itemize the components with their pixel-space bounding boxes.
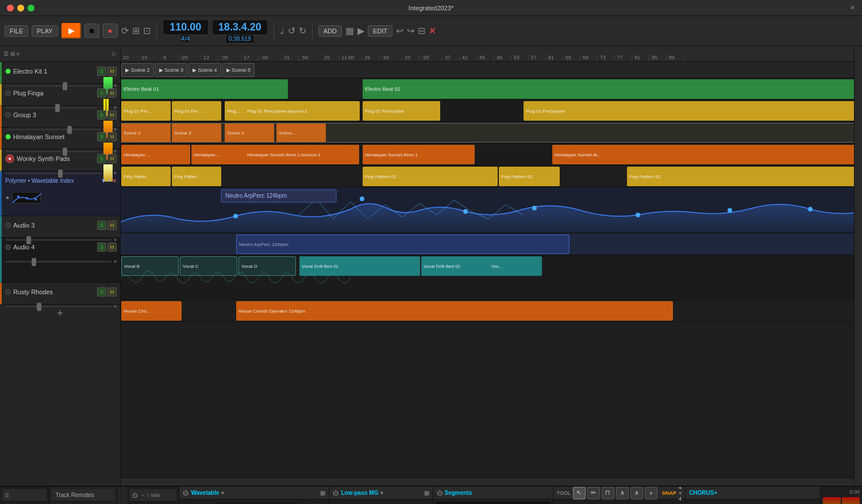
fader-1[interactable] <box>5 107 97 109</box>
redo-icon[interactable]: ↪ <box>407 25 414 36</box>
svg-point-8[interactable] <box>728 208 732 213</box>
metro-icon[interactable]: ♩ <box>280 25 284 36</box>
fader-2[interactable] <box>5 129 101 130</box>
play-label-button[interactable]: PLAY <box>32 25 57 37</box>
track-menu-8[interactable]: ≡ <box>114 303 117 309</box>
clip-poly-02-c[interactable]: Poly Pattern 02 <box>627 167 854 186</box>
clip-plug-percussive[interactable]: Plug 01 Percussive <box>363 101 440 121</box>
track-led-3[interactable] <box>5 134 11 140</box>
mute-btn-6[interactable]: M <box>107 221 117 230</box>
record-mode-button[interactable]: ⊡ <box>143 25 151 36</box>
clip-poly-a[interactable]: Poly Patter... <box>121 167 171 186</box>
clip-himalayan-atmo-bounce[interactable]: Himalayan Sunset Atmo 1-bounce-1 <box>245 145 348 164</box>
solo-btn-7[interactable]: S <box>97 243 106 252</box>
edit-button[interactable]: EDIT <box>368 25 392 37</box>
fader-6[interactable] <box>5 239 111 241</box>
clip-voc[interactable]: Voc... <box>489 256 535 276</box>
record-button[interactable]: ● <box>103 24 118 38</box>
dropdown-wavetable[interactable]: ▾ <box>221 490 224 496</box>
rename-icon[interactable]: ⊟ <box>418 25 425 36</box>
minimize-dot[interactable] <box>17 5 24 11</box>
power-icon-filter[interactable]: ⏻ <box>333 490 338 496</box>
track-led-1[interactable] <box>5 90 11 96</box>
track-menu-7[interactable]: ≡ <box>114 259 117 264</box>
add-track-button[interactable]: + <box>0 305 120 322</box>
scene-2[interactable]: ▶ Scene 2 <box>121 63 154 77</box>
power-icon-segments[interactable]: ⏻ <box>437 490 442 496</box>
sync-icon[interactable]: ↺ <box>288 25 295 36</box>
power-icon-wavetable[interactable]: ⏻ <box>183 490 188 496</box>
clip-himalayan-2[interactable]: Himalayan ... <box>191 145 249 164</box>
clip-neutro-arpperc[interactable]: Neutro ArpPerc 124bpm <box>236 234 569 254</box>
stop-button[interactable]: ■ <box>84 24 99 38</box>
add-btn-5[interactable]: + <box>107 178 111 184</box>
mute-btn-4[interactable]: M <box>107 154 117 163</box>
fader-7[interactable] <box>5 261 111 263</box>
loop-icon[interactable]: ↻ <box>299 25 306 36</box>
delete-icon[interactable]: ✕ <box>429 25 436 36</box>
time-sig[interactable]: 4/4 <box>181 35 190 42</box>
clip-electro-beat-02[interactable]: Electro Beat 02 <box>363 79 854 99</box>
scene-3[interactable]: ▶ Scene 3 <box>155 63 188 77</box>
clip-poly-b[interactable]: Poly Patter... <box>172 167 221 186</box>
solo-btn-4[interactable]: S <box>97 154 106 163</box>
add-button[interactable]: ADD <box>318 25 342 37</box>
play-button[interactable]: ▶ <box>61 23 81 39</box>
close-icon[interactable]: ✕ <box>850 4 855 11</box>
mute-btn-8[interactable]: M <box>107 287 117 297</box>
tool-pointer[interactable]: ↖ <box>573 487 586 499</box>
mute-btn-1[interactable]: M <box>107 89 117 98</box>
clip-plug-01-per-b[interactable]: Plug 01 Per... <box>172 101 221 121</box>
clip-himalayan-bounce[interactable]: Himalayan ... <box>121 145 190 164</box>
svg-point-9[interactable] <box>808 207 813 211</box>
clip-himalayan-atmo2[interactable]: Himalayan Sunset At... <box>552 145 854 164</box>
svg-point-4[interactable] <box>360 197 364 201</box>
svg-point-6[interactable] <box>532 206 537 210</box>
maximize-dot[interactable] <box>28 5 34 11</box>
tool-slash[interactable]: ∧ <box>630 487 643 499</box>
track-menu-1[interactable]: ≡ <box>114 105 117 110</box>
track-menu-0[interactable]: ≡ <box>114 83 117 89</box>
track-menu-4[interactable]: ≡ <box>114 170 117 176</box>
scene-4[interactable]: ▶ Scene 4 <box>188 63 221 77</box>
file-button[interactable]: FILE <box>5 25 28 37</box>
mute-btn-0[interactable]: M <box>107 67 117 76</box>
play-arrange-icon[interactable]: ▶ <box>357 25 364 36</box>
clip-plug-percussive-2[interactable]: Plug 01 Percussive <box>524 101 854 121</box>
solo-btn-8[interactable]: S <box>97 287 106 297</box>
track-led-6[interactable] <box>5 222 11 228</box>
svg-point-5[interactable] <box>463 209 468 214</box>
dropdown-filter[interactable]: ▾ <box>380 490 383 496</box>
clip-poly-02-b[interactable]: Poly Pattern 02 <box>499 167 560 186</box>
remove-btn-5[interactable]: ✕ <box>112 178 117 184</box>
fader-8[interactable] <box>5 306 111 307</box>
loop-button[interactable]: ⟳ <box>121 25 129 36</box>
solo-btn-3[interactable]: S <box>97 132 106 141</box>
clip-poly-02-a[interactable]: Poly Pattern 02 <box>363 167 498 186</box>
h-scrollbar[interactable] <box>121 478 854 486</box>
mute-btn-7[interactable]: M <box>107 243 117 252</box>
track-menu-2[interactable]: ≡ <box>114 126 117 132</box>
tempo-display[interactable]: 110.00 <box>163 20 209 35</box>
arrow-icon-polymer[interactable]: → <box>140 493 145 498</box>
undo-icon[interactable]: ↩ <box>396 25 403 36</box>
fader-4[interactable] <box>5 172 101 174</box>
track-led-2[interactable] <box>5 112 11 118</box>
solo-btn-1[interactable]: S <box>97 89 106 98</box>
solo-btn-6[interactable]: S <box>97 221 106 230</box>
mute-btn-2[interactable]: M <box>107 110 117 120</box>
clip-plug-01-per-a[interactable]: Plug 01 Per... <box>121 101 171 121</box>
bars-filter[interactable]: ▦ <box>424 490 429 496</box>
svg-point-3[interactable] <box>233 214 238 218</box>
clip-house-chords[interactable]: House Chords Operator 124bpm <box>236 301 673 321</box>
pattern-button[interactable]: ⊞ <box>132 25 140 36</box>
track-menu-6[interactable]: ≡ <box>114 237 117 243</box>
bars-wavetable[interactable]: ▦ <box>320 490 325 496</box>
position-display[interactable]: 18.3.4.20 <box>212 20 268 35</box>
collapse-btn-5[interactable]: ▼ <box>101 178 106 184</box>
fader-3[interactable] <box>5 151 101 152</box>
clip-electro-beat-01[interactable]: Electro Beat 01 <box>121 79 288 99</box>
clip-plug-bounce[interactable]: Plug 01 Percussive-bounce-1 <box>245 101 360 121</box>
rec-btn-4[interactable]: ● <box>5 154 14 163</box>
clip-house-cho[interactable]: House Cho... <box>121 301 182 321</box>
